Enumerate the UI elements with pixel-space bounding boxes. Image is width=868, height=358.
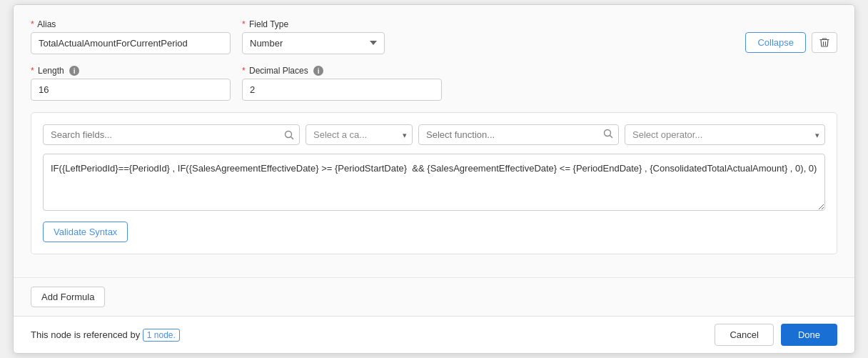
select-function-wrap	[418, 124, 619, 145]
search-fields-button[interactable]	[284, 130, 294, 140]
search-fields-input[interactable]	[43, 124, 300, 145]
select-operator-select[interactable]: Select operator...	[625, 124, 825, 145]
collapse-button[interactable]: Collapse	[745, 32, 806, 53]
search-fields-wrap	[43, 124, 300, 145]
modal-container: * Alias * Field Type Number Text Date Bo…	[13, 4, 855, 354]
add-formula-button[interactable]: Add Formula	[31, 287, 105, 307]
modal-body: * Alias * Field Type Number Text Date Bo…	[14, 5, 854, 278]
done-button[interactable]: Done	[781, 324, 837, 346]
select-function-input[interactable]	[418, 124, 619, 145]
length-input[interactable]	[31, 79, 231, 101]
node-link[interactable]: 1 node.	[143, 329, 180, 342]
formula-toolbar: Select a ca... ▾	[43, 124, 825, 145]
decimal-places-label: * Decimal Places i	[242, 66, 442, 76]
top-row: * Alias * Field Type Number Text Date Bo…	[31, 19, 837, 54]
alias-required-star: *	[31, 19, 34, 29]
field-type-select[interactable]: Number Text Date Boolean	[242, 32, 385, 54]
decimal-places-group: * Decimal Places i	[242, 66, 442, 101]
trash-icon	[819, 37, 829, 48]
top-actions: Collapse	[745, 19, 837, 53]
alias-group: * Alias	[31, 19, 231, 54]
select-category-select[interactable]: Select a ca...	[306, 124, 413, 145]
alias-input[interactable]	[31, 32, 231, 54]
length-info-icon[interactable]: i	[69, 66, 79, 76]
second-row: * Length i * Decimal Places i	[31, 66, 837, 101]
decimal-info-icon[interactable]: i	[313, 66, 323, 76]
modal-footer: This node is referenced by 1 node. Cance…	[14, 316, 854, 353]
decimal-required-star: *	[242, 66, 246, 76]
field-type-label: * Field Type	[242, 19, 385, 29]
decimal-places-input[interactable]	[242, 79, 442, 101]
field-type-group: * Field Type Number Text Date Boolean	[242, 19, 385, 54]
select-operator-wrap: Select operator... ▾	[625, 124, 825, 145]
footer-reference-text: This node is referenced by 1 node.	[31, 329, 180, 342]
alias-label: * Alias	[31, 19, 231, 29]
footer-actions: Cancel Done	[715, 324, 837, 346]
add-formula-row: Add Formula	[14, 277, 854, 316]
function-search-icon	[603, 129, 613, 139]
formula-textarea[interactable]: IF({LeftPeriodId}=={PeriodId} , IF({Sale…	[43, 154, 825, 211]
length-group: * Length i	[31, 66, 231, 101]
field-type-required-star: *	[242, 19, 246, 29]
search-icon	[284, 130, 294, 140]
select-category-wrap: Select a ca... ▾	[306, 124, 413, 145]
select-function-search-button[interactable]	[603, 129, 613, 141]
formula-section: Select a ca... ▾	[31, 112, 837, 254]
delete-button[interactable]	[812, 32, 837, 53]
length-required-star: *	[31, 66, 34, 76]
length-label: * Length i	[31, 66, 231, 76]
cancel-button[interactable]: Cancel	[715, 324, 773, 346]
validate-syntax-button[interactable]: Validate Syntax	[43, 222, 128, 242]
